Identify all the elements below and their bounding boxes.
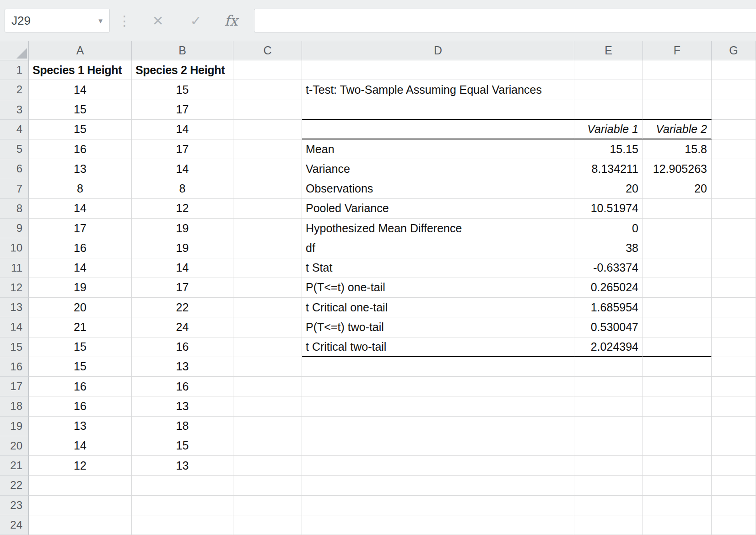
cell-B11[interactable]: 14: [132, 258, 233, 278]
column-header-G[interactable]: G: [712, 41, 756, 60]
cell-C9[interactable]: [233, 219, 302, 238]
row-header-10[interactable]: 10: [0, 238, 29, 258]
row-header-19[interactable]: 19: [0, 417, 29, 436]
cell-B19[interactable]: 18: [132, 417, 233, 436]
cell-A1[interactable]: Species 1 Height: [29, 60, 132, 80]
cell-F20[interactable]: [643, 436, 712, 456]
cell-G12[interactable]: [712, 278, 756, 298]
cell-A15[interactable]: 15: [29, 337, 132, 357]
cell-B2[interactable]: 15: [132, 80, 233, 100]
cell-C23[interactable]: [233, 496, 302, 515]
cell-G19[interactable]: [712, 417, 756, 436]
cell-E16[interactable]: [574, 357, 643, 377]
cell-F4[interactable]: Variable 2: [643, 120, 712, 139]
row-header-13[interactable]: 13: [0, 298, 29, 317]
cell-B7[interactable]: 8: [132, 179, 233, 199]
cell-G22[interactable]: [712, 476, 756, 495]
row-header-20[interactable]: 20: [0, 436, 29, 456]
cancel-icon[interactable]: ✕: [144, 0, 172, 41]
cell-A14[interactable]: 21: [29, 317, 132, 337]
cell-C24[interactable]: [233, 515, 302, 535]
cell-C14[interactable]: [233, 317, 302, 337]
cell-B23[interactable]: [132, 496, 233, 515]
row-header-4[interactable]: 4: [0, 120, 29, 139]
cell-A8[interactable]: 14: [29, 199, 132, 219]
cell-C22[interactable]: [233, 476, 302, 495]
cell-C3[interactable]: [233, 100, 302, 120]
cell-D6[interactable]: Variance: [302, 159, 574, 179]
cell-F1[interactable]: [643, 60, 712, 80]
cell-G16[interactable]: [712, 357, 756, 377]
cell-B10[interactable]: 19: [132, 238, 233, 258]
cell-A2[interactable]: 14: [29, 80, 132, 100]
cell-B21[interactable]: 13: [132, 456, 233, 476]
cell-B8[interactable]: 12: [132, 199, 233, 219]
cell-E24[interactable]: [574, 515, 643, 535]
cell-C20[interactable]: [233, 436, 302, 456]
cell-D3[interactable]: [302, 100, 574, 120]
enter-icon[interactable]: ✓: [182, 0, 210, 41]
row-header-18[interactable]: 18: [0, 396, 29, 416]
cell-A13[interactable]: 20: [29, 298, 132, 317]
cell-E10[interactable]: 38: [574, 238, 643, 258]
cell-G23[interactable]: [712, 496, 756, 515]
cell-E18[interactable]: [574, 396, 643, 416]
column-header-B[interactable]: B: [132, 41, 233, 60]
cell-E3[interactable]: [574, 100, 643, 120]
cell-E20[interactable]: [574, 436, 643, 456]
cell-A16[interactable]: 15: [29, 357, 132, 377]
row-header-21[interactable]: 21: [0, 456, 29, 476]
cell-C15[interactable]: [233, 337, 302, 357]
cell-G14[interactable]: [712, 317, 756, 337]
cell-G17[interactable]: [712, 377, 756, 396]
cell-D4[interactable]: [302, 120, 574, 139]
cell-G21[interactable]: [712, 456, 756, 476]
cell-F21[interactable]: [643, 456, 712, 476]
cell-C1[interactable]: [233, 60, 302, 80]
cell-D15[interactable]: t Critical two-tail: [302, 337, 574, 357]
cell-D8[interactable]: Pooled Variance: [302, 199, 574, 219]
cell-C2[interactable]: [233, 80, 302, 100]
cell-F11[interactable]: [643, 258, 712, 278]
cell-D9[interactable]: Hypothesized Mean Difference: [302, 219, 574, 238]
cell-F6[interactable]: 12.905263: [643, 159, 712, 179]
cell-E8[interactable]: 10.51974: [574, 199, 643, 219]
cell-F8[interactable]: [643, 199, 712, 219]
row-header-17[interactable]: 17: [0, 377, 29, 396]
row-header-11[interactable]: 11: [0, 258, 29, 278]
cell-A20[interactable]: 14: [29, 436, 132, 456]
row-header-16[interactable]: 16: [0, 357, 29, 377]
cell-G6[interactable]: [712, 159, 756, 179]
column-header-F[interactable]: F: [643, 41, 712, 60]
cell-E19[interactable]: [574, 417, 643, 436]
cell-B14[interactable]: 24: [132, 317, 233, 337]
formula-bar-input[interactable]: [254, 9, 756, 32]
cell-A22[interactable]: [29, 476, 132, 495]
cell-F23[interactable]: [643, 496, 712, 515]
cell-G5[interactable]: [712, 139, 756, 159]
cell-C5[interactable]: [233, 139, 302, 159]
cell-E14[interactable]: 0.530047: [574, 317, 643, 337]
row-header-22[interactable]: 22: [0, 476, 29, 495]
cell-A18[interactable]: 16: [29, 396, 132, 416]
cell-D21[interactable]: [302, 456, 574, 476]
cell-D7[interactable]: Observations: [302, 179, 574, 199]
cell-G7[interactable]: [712, 179, 756, 199]
name-box-dropdown-icon[interactable]: ▼: [97, 17, 104, 25]
cell-G8[interactable]: [712, 199, 756, 219]
cell-G3[interactable]: [712, 100, 756, 120]
cell-F5[interactable]: 15.8: [643, 139, 712, 159]
cell-E17[interactable]: [574, 377, 643, 396]
cell-C16[interactable]: [233, 357, 302, 377]
column-header-D[interactable]: D: [302, 41, 574, 60]
cell-F18[interactable]: [643, 396, 712, 416]
row-header-7[interactable]: 7: [0, 179, 29, 199]
cell-A11[interactable]: 14: [29, 258, 132, 278]
cell-A6[interactable]: 13: [29, 159, 132, 179]
cell-C18[interactable]: [233, 396, 302, 416]
cell-C8[interactable]: [233, 199, 302, 219]
row-header-1[interactable]: 1: [0, 60, 29, 80]
cell-B12[interactable]: 17: [132, 278, 233, 298]
cell-G2[interactable]: [712, 80, 756, 100]
cell-F12[interactable]: [643, 278, 712, 298]
